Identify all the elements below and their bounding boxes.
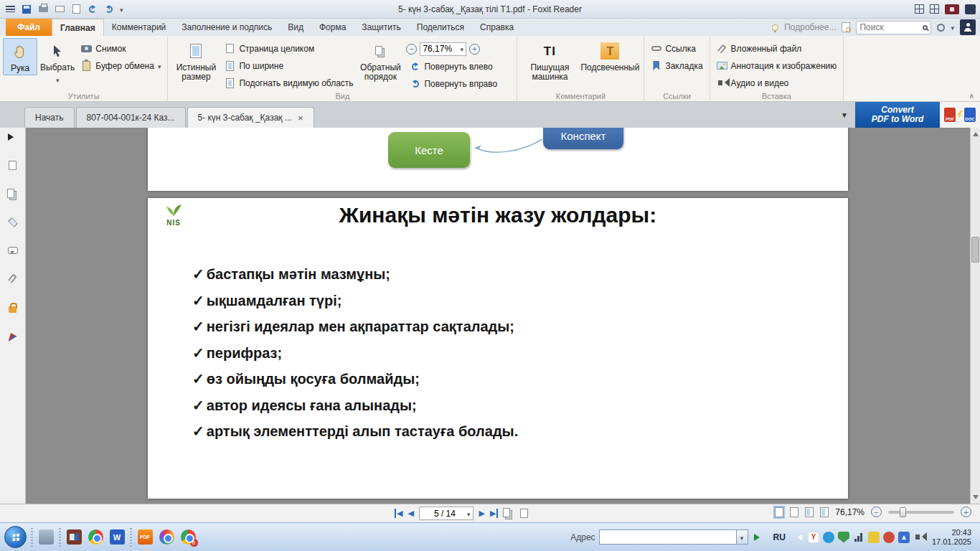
address-go-button[interactable] bbox=[752, 530, 766, 545]
page-number-combo[interactable] bbox=[419, 507, 474, 520]
doc-tab-1[interactable]: 807-004-001к-24 Каз... bbox=[76, 107, 186, 128]
tab-comment[interactable]: Комментарий bbox=[104, 19, 174, 36]
convert-pdf-to-word-button[interactable]: Convert PDF to Word bbox=[855, 102, 940, 128]
word-icon[interactable]: W bbox=[108, 529, 126, 546]
next-view-icon[interactable] bbox=[519, 508, 529, 519]
usb-tray-icon[interactable]: ▲ bbox=[898, 532, 910, 543]
scroll-down-icon[interactable] bbox=[971, 494, 980, 504]
highlight-button[interactable]: Т Подсвеченный bbox=[579, 38, 641, 74]
tab-help[interactable]: Справка bbox=[472, 19, 522, 36]
bookmark-button[interactable]: Закладка bbox=[647, 58, 706, 73]
actual-size-button[interactable]: Истинный размер bbox=[171, 38, 221, 83]
scroll-up-icon[interactable] bbox=[971, 128, 980, 138]
doc-search-icon[interactable] bbox=[842, 22, 850, 32]
tab-form[interactable]: Форма bbox=[311, 19, 354, 36]
tab-share[interactable]: Поделиться bbox=[409, 19, 472, 36]
convert-file-icons[interactable]: PDF DOC bbox=[940, 102, 980, 128]
grid-view-icon[interactable] bbox=[915, 4, 924, 14]
doc-tab-start[interactable]: Начать bbox=[24, 107, 75, 128]
signature-panel-icon[interactable] bbox=[9, 333, 17, 342]
previous-view-icon[interactable] bbox=[503, 508, 514, 519]
image-annotation-button[interactable]: Аннотация к изображению bbox=[713, 58, 841, 73]
book-view-icon[interactable] bbox=[820, 507, 829, 517]
next-page-button[interactable]: ▶ bbox=[479, 509, 484, 518]
document-view[interactable]: Кесте Конспект NIS Жинақы мәтін жазу жол… bbox=[26, 128, 970, 504]
fit-width-button[interactable]: По ширине bbox=[221, 58, 354, 73]
zoom-out-icon[interactable]: − bbox=[406, 44, 417, 55]
taskbar-clock[interactable]: 20:43 17.01.2025 bbox=[929, 528, 976, 547]
total-commander-icon[interactable] bbox=[65, 529, 83, 546]
collapse-ribbon-icon[interactable]: ∧ bbox=[969, 92, 974, 100]
flag-tray-icon[interactable] bbox=[883, 532, 895, 543]
rotate-right-button[interactable]: Повернуть вправо bbox=[406, 76, 514, 91]
search-icon[interactable] bbox=[923, 25, 928, 30]
facing-view-icon[interactable] bbox=[805, 507, 814, 517]
grid-view-icon-2[interactable] bbox=[930, 4, 939, 14]
tab-list-dropdown-icon[interactable]: ▼ bbox=[841, 111, 848, 119]
volume-tray-icon[interactable] bbox=[913, 532, 925, 543]
language-indicator[interactable]: RU bbox=[771, 532, 788, 542]
previous-page-button[interactable]: ◀ bbox=[407, 509, 413, 518]
address-dropdown-icon[interactable] bbox=[736, 530, 748, 544]
gear-dropdown-icon[interactable] bbox=[951, 22, 954, 32]
page-dropdown-icon[interactable] bbox=[467, 509, 471, 519]
attached-file-button[interactable]: Вложенный файл bbox=[713, 41, 841, 56]
snapshot-button[interactable]: Снимок bbox=[77, 41, 164, 56]
zoom-slider[interactable] bbox=[888, 511, 954, 514]
zoom-combo[interactable] bbox=[420, 42, 466, 56]
audio-video-button[interactable]: Аудио и видео bbox=[713, 75, 841, 90]
comments-panel-icon[interactable] bbox=[8, 247, 18, 254]
page-thumbnails-icon[interactable] bbox=[9, 161, 17, 170]
bookmarks-panel-icon[interactable] bbox=[7, 189, 14, 198]
last-page-button[interactable]: ▶ bbox=[490, 509, 498, 518]
network-signal-tray-icon[interactable] bbox=[853, 532, 864, 543]
explorer-icon[interactable] bbox=[37, 529, 55, 546]
gear-icon[interactable] bbox=[937, 24, 945, 32]
address-combo[interactable] bbox=[599, 529, 748, 545]
messenger-tray-icon[interactable] bbox=[823, 532, 834, 543]
email-icon[interactable] bbox=[54, 4, 65, 15]
address-input[interactable] bbox=[600, 532, 736, 542]
link-button[interactable]: Ссылка bbox=[647, 41, 706, 56]
fit-visible-button[interactable]: Подогнать видимую область bbox=[221, 75, 354, 90]
account-button[interactable] bbox=[960, 19, 976, 35]
typewriter-button[interactable]: ТІ Пишущая машинка bbox=[520, 38, 579, 83]
page-number-input[interactable] bbox=[423, 509, 467, 519]
tray-expand-icon[interactable] bbox=[793, 532, 804, 543]
close-tab-icon[interactable]: × bbox=[298, 113, 303, 123]
window-menu-button[interactable] bbox=[965, 4, 976, 14]
scrollbar-thumb[interactable] bbox=[971, 237, 979, 263]
browser-profile-icon[interactable]: 6 bbox=[179, 529, 197, 546]
zoom-slider-handle[interactable] bbox=[900, 507, 906, 517]
tell-me-label[interactable]: Подробнее... bbox=[784, 22, 836, 32]
zoom-percent-label[interactable]: 76,17% bbox=[835, 507, 864, 517]
zoom-in-icon[interactable]: + bbox=[469, 44, 480, 55]
yandex-tray-icon[interactable]: Y bbox=[808, 532, 819, 543]
layers-panel-icon[interactable] bbox=[8, 217, 18, 227]
fit-page-button[interactable]: Страница целиком bbox=[221, 41, 354, 56]
attachments-panel-icon[interactable] bbox=[8, 273, 17, 283]
color-wheel-app-icon[interactable] bbox=[158, 529, 175, 546]
tab-file[interactable]: Файл bbox=[6, 19, 52, 36]
menu-icon[interactable] bbox=[4, 4, 16, 15]
clipboard-button[interactable]: Буфер обмена bbox=[77, 58, 164, 73]
undo-icon[interactable] bbox=[87, 4, 98, 15]
save-icon[interactable] bbox=[21, 4, 32, 15]
zoom-input[interactable] bbox=[423, 44, 460, 54]
reverse-order-button[interactable]: Обратный порядок bbox=[354, 38, 406, 83]
close-button[interactable] bbox=[945, 4, 959, 14]
zoom-in-button[interactable]: + bbox=[961, 507, 971, 517]
print-icon[interactable] bbox=[37, 4, 49, 15]
first-page-button[interactable]: ◀ bbox=[395, 509, 402, 518]
expand-panel-icon[interactable] bbox=[8, 133, 17, 141]
customize-toolbar-dropdown-icon[interactable] bbox=[120, 4, 123, 14]
tab-fill-sign[interactable]: Заполнение и подпись bbox=[174, 19, 280, 36]
zoom-dropdown-icon[interactable] bbox=[460, 44, 463, 54]
antivirus-shield-tray-icon[interactable] bbox=[838, 532, 849, 543]
tab-protect[interactable]: Защитить bbox=[354, 19, 408, 36]
foxit-pdf-icon[interactable]: PDF bbox=[136, 529, 154, 546]
zoom-out-button[interactable]: − bbox=[871, 507, 882, 517]
tab-view[interactable]: Вид bbox=[280, 19, 311, 36]
battery-tray-icon[interactable] bbox=[868, 532, 880, 543]
rotate-left-button[interactable]: Повернуть влево bbox=[406, 59, 514, 74]
